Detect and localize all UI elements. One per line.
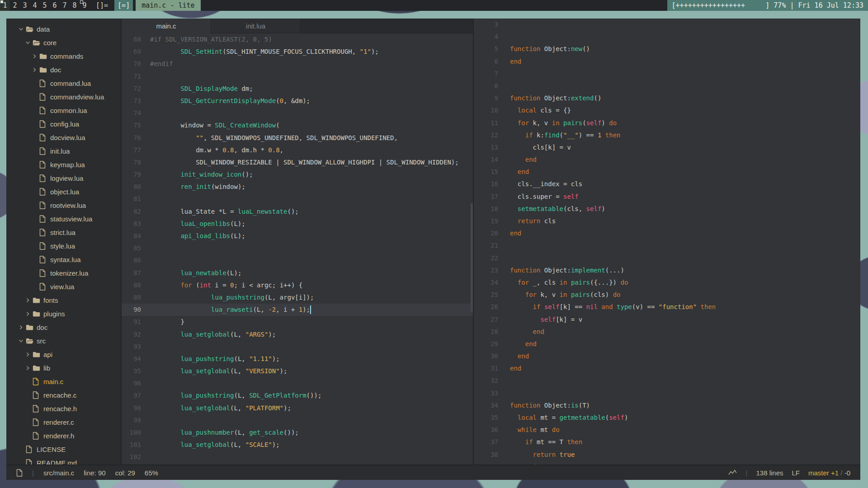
tree-item-config.lua[interactable]: config.lua xyxy=(6,117,121,131)
code-line-97[interactable]: 97 lua_pushstring(L, SDL_GetPlatform()); xyxy=(122,389,473,402)
code-line-20[interactable]: 20end xyxy=(474,227,860,239)
tree-item-LICENSE[interactable]: LICENSE xyxy=(6,442,121,456)
tree-item-view.lua[interactable]: view.lua xyxy=(6,280,121,293)
code-line-72[interactable]: 72 SDL_DisplayMode dm; xyxy=(122,83,473,95)
code-line-22[interactable]: 22 xyxy=(474,252,860,264)
tree-item-src[interactable]: src xyxy=(6,334,121,347)
code-line-27[interactable]: 27 self[k] = v xyxy=(474,314,860,326)
tree-item-tokenizer.lua[interactable]: tokenizer.lua xyxy=(6,266,121,280)
tree-item-renderer.h[interactable]: renderer.h xyxy=(6,429,121,442)
code-line-75[interactable]: 75 window = SDL_CreateWindow( xyxy=(122,119,473,131)
layout-chip[interactable]: [=] xyxy=(114,0,133,11)
code-line-17[interactable]: 17 cls.super = self xyxy=(474,191,860,203)
tree-item-rencache.c[interactable]: rencache.c xyxy=(6,388,121,402)
code-line-69[interactable]: 69 SDL_SetHint(SDL_HINT_MOUSE_FOCUS_CLIC… xyxy=(122,46,473,58)
code-line-86[interactable]: 86 xyxy=(122,254,473,267)
code-line-32[interactable]: 32 xyxy=(474,375,860,387)
code-line-12[interactable]: 12 if k:find("__") == 1 then xyxy=(474,129,860,141)
code-line-7[interactable]: 7 xyxy=(474,68,860,80)
tree-item-api[interactable]: api xyxy=(6,347,121,361)
tree-item-doc[interactable]: doc xyxy=(6,320,121,334)
code-line-19[interactable]: 19 return cls xyxy=(474,215,860,227)
code-line-35[interactable]: 35 local mt = getmetatable(self) xyxy=(474,412,860,424)
tab-main.c[interactable]: main.c xyxy=(122,19,211,33)
code-line-4[interactable]: 4 xyxy=(474,31,860,43)
tree-item-docview.lua[interactable]: docview.lua xyxy=(6,131,121,144)
code-line-70[interactable]: 70#endif xyxy=(122,58,473,70)
code-line-14[interactable]: 14 end xyxy=(474,154,860,166)
code-line-34[interactable]: 34function Object:is(T) xyxy=(474,399,860,412)
tree-item-lib[interactable]: lib xyxy=(6,361,121,375)
workspace-tag-8[interactable]: 8 xyxy=(70,0,80,11)
code-line-18[interactable]: 18 setmetatable(cls, self) xyxy=(474,203,860,215)
tree-item-renderer.c[interactable]: renderer.c xyxy=(6,415,121,429)
code-line-99[interactable]: 99 xyxy=(122,414,473,427)
code-view-main-c[interactable]: 68#if SDL_VERSION_ATLEAST(2, 0, 5)69 SDL… xyxy=(122,33,473,465)
code-line-94[interactable]: 94 lua_pushstring(L, "1.11"); xyxy=(122,353,473,365)
code-line-6[interactable]: 6end xyxy=(474,56,860,68)
tree-item-command.lua[interactable]: command.lua xyxy=(6,76,121,90)
tree-item-strict.lua[interactable]: strict.lua xyxy=(6,225,121,239)
code-line-101[interactable]: 101 lua_setglobal(L, "SCALE"); xyxy=(122,439,473,451)
code-line-78[interactable]: 78 SDL_WINDOW_RESIZABLE | SDL_WINDOW_ALL… xyxy=(122,156,473,169)
tree-item-fonts[interactable]: fonts xyxy=(6,293,121,307)
code-line-87[interactable]: 87 lua_newtable(L); xyxy=(122,267,473,279)
code-line-28[interactable]: 28 end xyxy=(474,326,860,338)
tree-item-plugins[interactable]: plugins xyxy=(6,307,121,320)
code-line-15[interactable]: 15 end xyxy=(474,166,860,178)
code-line-29[interactable]: 29 end xyxy=(474,338,860,350)
workspace-tag-2[interactable]: 2 xyxy=(10,0,20,11)
code-line-98[interactable]: 98 lua_setglobal(L, "PLATFORM"); xyxy=(122,402,473,414)
code-line-84[interactable]: 84 api_load_libs(L); xyxy=(122,230,473,242)
code-line-92[interactable]: 92 lua_setglobal(L, "ARGS"); xyxy=(122,328,473,341)
code-line-37[interactable]: 37 if mt == T then xyxy=(474,436,860,448)
code-line-8[interactable]: 8 xyxy=(474,80,860,92)
code-line-102[interactable]: 102 xyxy=(122,451,473,463)
code-line-76[interactable]: 76 "", SDL_WINDOWPOS_UNDEFINED, SDL_WIND… xyxy=(122,132,473,144)
workspace-tag-4[interactable]: 4 xyxy=(30,0,40,11)
tree-item-init.lua[interactable]: init.lua xyxy=(6,144,121,158)
workspace-tag-5[interactable]: 5 xyxy=(40,0,50,11)
code-line-71[interactable]: 71 xyxy=(122,70,473,83)
code-line-80[interactable]: 80 ren_init(window); xyxy=(122,181,473,193)
code-line-31[interactable]: 31end xyxy=(474,362,860,375)
code-line-79[interactable]: 79 init_window_icon(); xyxy=(122,169,473,181)
code-line-82[interactable]: 82 lua_State *L = luaL_newstate(); xyxy=(122,206,473,218)
code-line-96[interactable]: 96 xyxy=(122,377,473,389)
tree-item-main.c[interactable]: main.c xyxy=(6,375,121,388)
code-line-16[interactable]: 16 cls.__index = cls xyxy=(474,178,860,190)
code-line-73[interactable]: 73 SDL_GetCurrentDisplayMode(0, &dm); xyxy=(122,95,473,107)
code-line-89[interactable]: 89 lua_pushstring(L, argv[i]); xyxy=(122,291,473,304)
code-line-83[interactable]: 83 luaL_openlibs(L); xyxy=(122,218,473,230)
code-line-10[interactable]: 10 local cls = {} xyxy=(474,104,860,117)
code-line-95[interactable]: 95 lua_setglobal(L, "VERSION"); xyxy=(122,365,473,377)
tree-item-common.lua[interactable]: common.lua xyxy=(6,103,121,117)
workspace-tag-3[interactable]: 3 xyxy=(20,0,30,11)
code-line-88[interactable]: 88 for (int i = 0; i < argc; i++) { xyxy=(122,279,473,291)
tree-item-syntax.lua[interactable]: syntax.lua xyxy=(6,253,121,266)
code-line-93[interactable]: 93 xyxy=(122,341,473,353)
tree-item-commands[interactable]: commands xyxy=(6,49,121,63)
code-line-74[interactable]: 74 xyxy=(122,107,473,119)
tab-init.lua[interactable]: init.lua xyxy=(211,19,301,33)
code-line-26[interactable]: 26 if self[k] == nil and type(v) == "fun… xyxy=(474,301,860,313)
code-line-30[interactable]: 30 end xyxy=(474,350,860,362)
code-line-38[interactable]: 38 return true xyxy=(474,449,860,461)
code-line-90[interactable]: 90 lua_rawseti(L, -2, i + 1); xyxy=(122,304,473,316)
code-line-9[interactable]: 9function Object:extend() xyxy=(474,92,860,104)
code-line-23[interactable]: 23function Object:implement(...) xyxy=(474,264,860,277)
code-line-11[interactable]: 11 for k, v in pairs(self) do xyxy=(474,117,860,129)
code-line-81[interactable]: 81 xyxy=(122,193,473,205)
code-line-33[interactable]: 33 xyxy=(474,387,860,399)
tree-item-data[interactable]: data xyxy=(6,22,121,36)
tree-item-README.md[interactable]: README.md xyxy=(6,456,121,465)
tree-item-commandview.lua[interactable]: commandview.lua xyxy=(6,90,121,103)
tree-item-rootview.lua[interactable]: rootview.lua xyxy=(6,198,121,212)
code-line-68[interactable]: 68#if SDL_VERSION_ATLEAST(2, 0, 5) xyxy=(122,33,473,46)
code-line-100[interactable]: 100 lua_pushnumber(L, get_scale()); xyxy=(122,427,473,439)
code-line-25[interactable]: 25 for k, v in pairs(cls) do xyxy=(474,289,860,301)
code-line-21[interactable]: 21 xyxy=(474,239,860,252)
code-line-36[interactable]: 36 while mt do xyxy=(474,424,860,436)
code-line-24[interactable]: 24 for _, cls in pairs({...}) do xyxy=(474,277,860,289)
status-line[interactable]: line: 90 xyxy=(84,469,105,477)
